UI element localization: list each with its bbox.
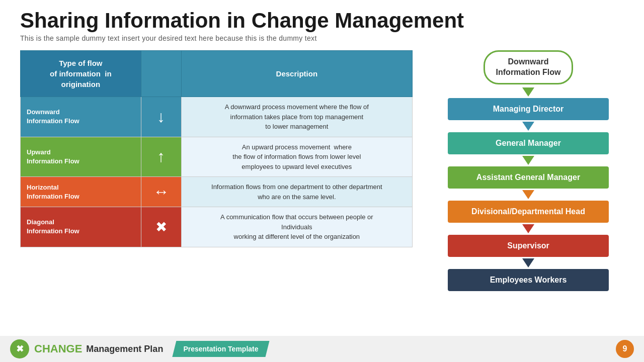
row2-desc: An upward process movement wherethe flow… [181, 137, 412, 177]
left-table: Type of flowof information inorigination… [20, 50, 413, 292]
down-arrow-icon: ↓ [157, 108, 165, 126]
arrow-down-icon [522, 224, 534, 233]
brand-mgmt: Management Plan [86, 344, 163, 354]
subtitle: This is the sample dummy text insert you… [20, 34, 624, 42]
arrow-down-icon [522, 122, 534, 131]
table-row: DownwardInformation Flow ↓ A downward pr… [21, 97, 413, 137]
org-top-label: DownwardInformation Flow [484, 50, 574, 84]
brand-logo: ✖ [10, 339, 29, 358]
row4-icon: ✖ [141, 207, 181, 247]
org-chart: DownwardInformation Flow Managing Direct… [433, 50, 624, 292]
row4-desc: A communication flow that occurs between… [181, 207, 412, 247]
template-label: Presentation Template [172, 341, 269, 357]
table-row: DiagonalInformation Flow ✖ A communicati… [21, 207, 413, 247]
org-box-managing: Managing Director [448, 98, 609, 120]
logo-icon: ✖ [16, 343, 24, 354]
footer: ✖ CHANGE Management Plan Presentation Te… [0, 336, 644, 362]
horizontal-arrow-icon: ↔ [153, 183, 169, 201]
col-header-desc: Description [181, 51, 412, 97]
org-box-divisional: Divisional/Departmental Head [448, 201, 609, 223]
page-title: Sharing Information in Change Management [20, 9, 624, 32]
table-header-row: Type of flowof information inorigination… [21, 51, 413, 97]
row3-desc: Information flows from one department to… [181, 177, 412, 207]
up-arrow-icon: ↑ [157, 147, 165, 165]
row3-type: HorizontalInformation Flow [21, 177, 141, 207]
arrow-down-icon [522, 190, 534, 199]
col-header-icon [141, 51, 181, 97]
row1-icon: ↓ [141, 97, 181, 137]
arrow-down-icon [522, 87, 534, 97]
org-box-asst: Assistant General Manager [448, 166, 609, 189]
brand-change: CHANGE [34, 342, 82, 355]
row1-desc: A downward process movement where the fl… [181, 97, 412, 137]
page-number: 9 [616, 340, 634, 358]
header: Sharing Information in Change Management… [0, 0, 644, 45]
row1-type: DownwardInformation Flow [21, 97, 141, 137]
row2-icon: ↑ [141, 137, 181, 177]
row4-type: DiagonalInformation Flow [21, 207, 141, 247]
table-row: UpwardInformation Flow ↑ An upward proce… [21, 137, 413, 177]
col-header-type: Type of flowof information inorigination [21, 51, 141, 97]
org-box-supervisor: Supervisor [448, 235, 609, 257]
row3-icon: ↔ [141, 177, 181, 207]
arrow-down-icon [522, 258, 534, 267]
diagonal-icon: ✖ [155, 219, 167, 235]
table-row: HorizontalInformation Flow ↔ Information… [21, 177, 413, 207]
org-box-general: General Manager [448, 132, 609, 154]
arrow-down-icon [522, 156, 534, 165]
org-box-employees: Employees Workers [448, 269, 609, 291]
content-area: Type of flowof information inorigination… [0, 45, 644, 292]
row2-type: UpwardInformation Flow [21, 137, 141, 177]
